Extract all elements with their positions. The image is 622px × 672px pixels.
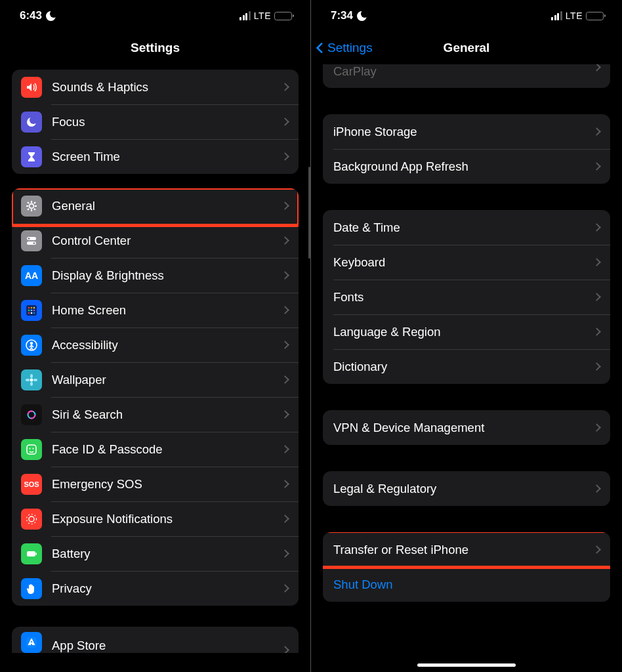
row-label: Dictionary bbox=[333, 360, 594, 374]
row-label: Face ID & Passcode bbox=[52, 442, 282, 457]
settings-row-transfer-reset[interactable]: Transfer or Reset iPhone bbox=[323, 532, 610, 567]
chevron-right-icon bbox=[281, 152, 289, 161]
chevron-right-icon bbox=[281, 445, 289, 453]
settings-row-shut-down[interactable]: Shut Down bbox=[323, 567, 610, 602]
page-title: Settings bbox=[131, 41, 180, 55]
network-label: LTE bbox=[566, 10, 583, 21]
page-title: General bbox=[444, 41, 490, 55]
settings-row-language-region[interactable]: Language & Region bbox=[323, 314, 610, 349]
settings-row-screen-time[interactable]: Screen Time bbox=[12, 139, 299, 174]
row-label: Legal & Regulatory bbox=[333, 482, 594, 496]
settings-row-iphone-storage[interactable]: iPhone Storage bbox=[323, 114, 610, 149]
back-button[interactable]: Settings bbox=[318, 32, 373, 64]
chevron-right-icon bbox=[592, 64, 601, 72]
status-bar: 7:34 LTE bbox=[311, 0, 622, 32]
row-label: Display & Brightness bbox=[52, 268, 282, 283]
wallpaper-icon bbox=[21, 369, 42, 390]
chevron-right-icon bbox=[281, 201, 289, 210]
battery-icon bbox=[21, 543, 42, 564]
row-label: App Store bbox=[52, 639, 282, 653]
faceid-passcode-icon bbox=[21, 439, 42, 460]
settings-row-wallpaper[interactable]: Wallpaper bbox=[12, 362, 299, 397]
chevron-right-icon bbox=[592, 127, 601, 136]
row-label: Transfer or Reset iPhone bbox=[333, 543, 594, 557]
settings-row-general[interactable]: General bbox=[12, 188, 299, 223]
chevron-right-icon bbox=[281, 341, 289, 349]
row-label: Privacy bbox=[52, 581, 282, 596]
scroll-indicator[interactable] bbox=[308, 167, 310, 259]
general-screen: 7:34 LTE Settings General CarPlay iPhone… bbox=[311, 0, 622, 672]
row-label: iPhone Storage bbox=[333, 125, 594, 139]
status-time: 6:43 bbox=[20, 9, 42, 22]
chevron-right-icon bbox=[281, 375, 289, 384]
chevron-right-icon bbox=[592, 162, 601, 171]
settings-row-legal-regulatory[interactable]: Legal & Regulatory bbox=[323, 471, 610, 506]
row-label: Date & Time bbox=[333, 220, 594, 235]
row-label: Keyboard bbox=[333, 255, 594, 270]
chevron-right-icon bbox=[281, 271, 289, 280]
chevron-right-icon bbox=[281, 549, 289, 558]
settings-list[interactable]: Sounds & HapticsFocusScreen Time General… bbox=[0, 64, 310, 672]
display-brightness-icon: AA bbox=[21, 265, 42, 286]
settings-row-keyboard[interactable]: Keyboard bbox=[323, 245, 610, 280]
chevron-right-icon bbox=[592, 327, 601, 336]
cell-signal-icon bbox=[239, 11, 251, 20]
chevron-right-icon bbox=[592, 423, 601, 432]
row-label: Siri & Search bbox=[52, 408, 282, 422]
row-label: Accessibility bbox=[52, 338, 282, 352]
row-label: Focus bbox=[52, 115, 282, 129]
chevron-right-icon bbox=[592, 293, 601, 301]
row-label: VPN & Device Management bbox=[333, 421, 594, 435]
settings-row-home-screen[interactable]: Home Screen bbox=[12, 293, 299, 327]
settings-screen: 6:43 LTE Settings Sounds & HapticsFocusS… bbox=[0, 0, 311, 672]
settings-row-accessibility[interactable]: Accessibility bbox=[12, 327, 299, 362]
settings-row-fonts[interactable]: Fonts bbox=[323, 280, 610, 314]
settings-row-dictionary[interactable]: Dictionary bbox=[323, 349, 610, 384]
settings-row-emergency-sos[interactable]: SOSEmergency SOS bbox=[12, 467, 299, 501]
siri-search-icon bbox=[21, 404, 42, 425]
exposure-notifications-icon bbox=[21, 509, 42, 530]
home-indicator[interactable] bbox=[417, 663, 516, 667]
settings-row-battery[interactable]: Battery bbox=[12, 536, 299, 571]
chevron-right-icon bbox=[281, 83, 289, 91]
status-bar: 6:43 LTE bbox=[0, 0, 310, 32]
settings-row-control-center[interactable]: Control Center bbox=[12, 223, 299, 258]
row-label: Emergency SOS bbox=[52, 477, 282, 492]
row-label: Language & Region bbox=[333, 325, 594, 339]
back-label: Settings bbox=[327, 41, 373, 55]
settings-row-date-time[interactable]: Date & Time bbox=[323, 210, 610, 245]
settings-row-focus[interactable]: Focus bbox=[12, 104, 299, 139]
settings-row-background-app-refresh[interactable]: Background App Refresh bbox=[323, 149, 610, 184]
chevron-right-icon bbox=[281, 306, 289, 314]
settings-row-faceid-passcode[interactable]: Face ID & Passcode bbox=[12, 432, 299, 467]
chevron-right-icon bbox=[281, 514, 289, 523]
status-time: 7:34 bbox=[331, 9, 353, 22]
dnd-moon-icon bbox=[46, 11, 56, 21]
general-list[interactable]: CarPlay iPhone StorageBackground App Ref… bbox=[311, 64, 622, 672]
settings-row-siri-search[interactable]: Siri & Search bbox=[12, 397, 299, 432]
privacy-icon bbox=[21, 578, 42, 599]
chevron-right-icon bbox=[592, 258, 601, 266]
settings-row-carplay[interactable]: CarPlay bbox=[323, 64, 610, 88]
network-label: LTE bbox=[254, 10, 271, 21]
nav-bar: Settings bbox=[0, 32, 310, 64]
row-label: Background App Refresh bbox=[333, 159, 594, 174]
app-store-icon bbox=[21, 632, 42, 653]
settings-row-vpn-device-management[interactable]: VPN & Device Management bbox=[323, 410, 610, 445]
settings-row-exposure-notifications[interactable]: Exposure Notifications bbox=[12, 501, 299, 536]
chevron-right-icon bbox=[281, 646, 289, 653]
control-center-icon bbox=[21, 230, 42, 251]
settings-row-sounds-haptics[interactable]: Sounds & Haptics bbox=[12, 70, 299, 104]
row-label: Control Center bbox=[52, 234, 282, 248]
chevron-right-icon bbox=[281, 410, 289, 419]
focus-icon bbox=[21, 112, 42, 133]
dnd-moon-icon bbox=[357, 11, 367, 21]
settings-row-display-brightness[interactable]: AADisplay & Brightness bbox=[12, 258, 299, 293]
battery-icon bbox=[274, 12, 292, 20]
row-label: Wallpaper bbox=[52, 373, 282, 387]
battery-icon bbox=[586, 12, 604, 20]
cell-signal-icon bbox=[551, 11, 562, 20]
sounds-haptics-icon bbox=[21, 77, 42, 98]
settings-row-privacy[interactable]: Privacy bbox=[12, 571, 299, 606]
settings-row-app-store[interactable]: App Store bbox=[12, 627, 299, 653]
